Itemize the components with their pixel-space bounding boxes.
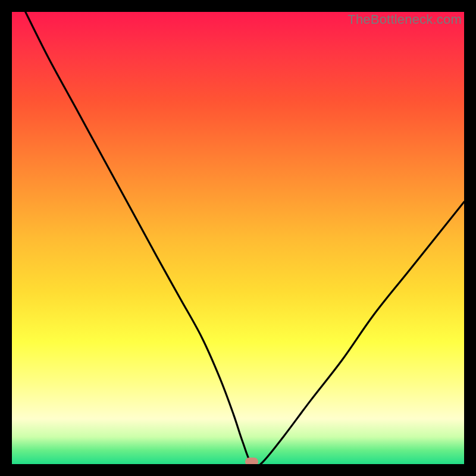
bottleneck-curve: [12, 12, 464, 464]
chart-frame: TheBottleneck.com: [12, 12, 464, 464]
watermark-text: TheBottleneck.com: [347, 12, 462, 27]
plot-area: [12, 12, 464, 464]
optimal-marker: [245, 458, 258, 464]
